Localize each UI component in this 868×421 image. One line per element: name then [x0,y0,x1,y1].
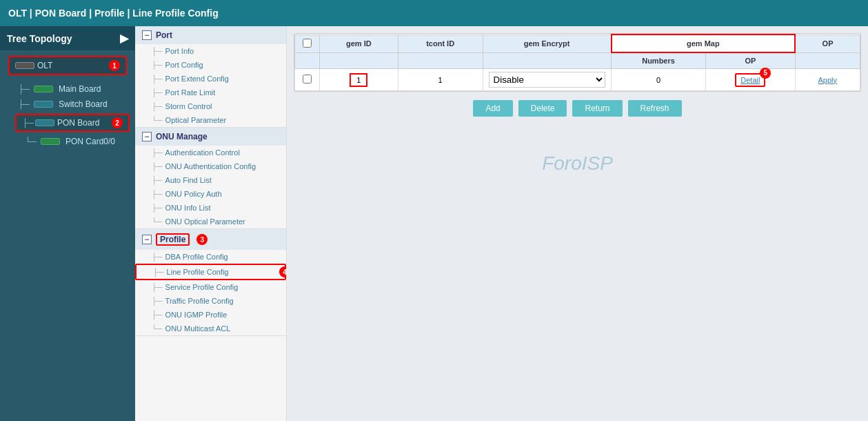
th-op-2-sub [795,52,860,69]
main-board-item[interactable]: ├─ Main Board [12,82,135,96]
detail-container: Detail 5 [735,73,765,87]
pon-board-item[interactable]: ├─ PON Board 2 [15,114,130,132]
nav-item-onu-policy[interactable]: ├─ ONU Policy Auth [135,187,286,201]
connector-icon: ├─ [18,84,30,94]
row-gem-id: 1 [320,69,398,91]
onu-manage-header[interactable]: − ONU Manage [135,128,286,146]
th-checkbox [295,35,320,52]
profile-section-header[interactable]: − Profile 3 [135,229,286,250]
connector-icon-2: ├─ [18,99,30,109]
row-tcont-id: 1 [398,69,483,91]
th-gem-id-2 [320,52,398,69]
detail-badge: 5 [760,68,771,79]
table-container: gem ID tcont ID gem Encrypt gem Map OP [294,33,861,92]
switch-board-icon [34,101,53,108]
profile-badge: 3 [196,234,208,245]
nav-item-service-profile[interactable]: ├─ Service Profile Config [135,280,286,294]
connector-icon-3: ├─ [22,118,34,128]
row-detail-cell: Detail 5 [706,69,796,91]
switch-board-label: Switch Board [59,99,108,109]
nav-item-storm-control[interactable]: ├─ Storm Control [135,99,286,113]
switch-board-item[interactable]: ├─ Switch Board [12,97,135,111]
nav-item-auto-find[interactable]: ├─ Auto Find List [135,173,286,187]
olt-item[interactable]: OLT 1 [8,56,127,75]
nav-panel: − Port ├─ Port Info ├─ Port Config ├─ Po… [135,26,287,421]
th-gem-id: gem ID [320,35,398,52]
nav-item-port-config-label: Port Config [165,61,203,69]
onu-manage-section: − ONU Manage ├─ Authentication Control ├… [135,128,286,229]
th-tcont-id: tcont ID [398,35,483,52]
add-button[interactable]: Add [473,100,512,117]
nav-item-port-extend[interactable]: ├─ Port Extend Config [135,72,286,86]
th-tcont-id-2 [398,52,483,69]
onu-collapse-icon[interactable]: − [142,132,152,141]
encrypt-select[interactable]: Disable Enable [489,72,605,88]
pon-board-badge: 2 [112,117,123,128]
nav-item-multicast-acl[interactable]: └─ ONU Multicast ACL [135,322,286,335]
profile-section: − Profile 3 ├─ DBA Profile Config ├─ Lin… [135,229,286,336]
pon-card-item[interactable]: └─ PON Card0/0 [19,135,135,148]
content-area: gem ID tcont ID gem Encrypt gem Map OP [287,26,868,421]
nav-item-onu-auth-config[interactable]: ├─ ONU Authentication Config [135,159,286,173]
profile-collapse-icon[interactable]: − [142,235,152,244]
nav-item-line-profile-label: Line Profile Config [167,268,229,276]
row-gem-encrypt: Disable Enable [483,69,611,91]
nav-item-onu-info[interactable]: ├─ ONU Info List [135,201,286,215]
th-encrypt-2 [483,52,611,69]
th-gem-map: gem Map [612,35,796,52]
pon-card-label: PON Card0/0 [65,137,115,146]
profile-section-label: Profile [156,233,190,246]
onu-manage-label: ONU Manage [156,132,208,141]
th-op-sub: OP [706,52,796,69]
nav-item-port-rate-label: Port Rate Limit [165,88,216,97]
row-checkbox-cell [295,69,320,91]
nav-item-optical-param[interactable]: └─ Optical Parameter [135,113,286,127]
watermark: ForoISP [294,125,861,202]
line-profile-badge: 4 [279,266,287,277]
main-board-label: Main Board [59,84,101,94]
pon-board-label: PON Board [57,118,99,128]
port-collapse-icon[interactable]: − [142,30,152,40]
nav-item-port-info[interactable]: ├─ Port Info [135,44,286,58]
collapse-arrow-icon[interactable]: ▶ [120,32,128,45]
return-button[interactable]: Return [572,100,622,117]
port-section: − Port ├─ Port Info ├─ Port Config ├─ Po… [135,26,286,128]
table-row: 1 1 Disable Enable [295,69,860,91]
row-numbers: 0 [612,69,706,91]
main-board-icon [34,86,53,92]
nav-item-traffic-profile[interactable]: ├─ Traffic Profile Config [135,294,286,308]
nav-item-port-extend-label: Port Extend Config [165,75,229,83]
nav-item-port-rate[interactable]: ├─ Port Rate Limit [135,86,286,99]
nav-item-optical-label: Optical Parameter [165,116,227,124]
th-gem-encrypt: gem Encrypt [483,35,611,52]
top-header: OLT | PON Board | Profile | Line Profile… [0,0,868,26]
action-buttons: Add Delete Return Refresh [294,92,861,125]
port-section-label: Port [156,30,172,40]
sidebar: Tree Topology ▶ OLT 1 ├─ Main Board ├─ [0,26,135,421]
row-checkbox[interactable] [303,75,312,84]
refresh-button[interactable]: Refresh [628,100,682,117]
onu-items: ├─ Authentication Control ├─ ONU Authent… [135,146,286,228]
olt-device-icon [15,62,34,69]
select-all-checkbox[interactable] [303,39,312,48]
nav-item-line-profile[interactable]: ├─ Line Profile Config 4 [135,264,286,280]
nav-item-auth-control[interactable]: ├─ Authentication Control [135,146,286,159]
apply-link[interactable]: Apply [818,76,838,84]
olt-label: OLT [37,61,52,70]
nav-item-storm-label: Storm Control [165,102,212,110]
th-op: OP [795,35,860,52]
port-items: ├─ Port Info ├─ Port Config ├─ Port Exte… [135,44,286,127]
sidebar-title-label: Tree Topology [7,33,72,44]
port-section-header[interactable]: − Port [135,26,286,44]
nav-item-dba-profile[interactable]: ├─ DBA Profile Config [135,250,286,264]
delete-button[interactable]: Delete [518,100,567,117]
th-empty [295,52,320,69]
connector-icon-4: └─ [25,137,37,146]
nav-item-port-config[interactable]: ├─ Port Config [135,58,286,72]
breadcrumb: OLT | PON Board | Profile | Line Profile… [8,8,219,19]
nav-item-onu-optical[interactable]: └─ ONU Optical Parameter [135,215,286,228]
pon-board-icon [35,119,54,126]
th-numbers: Numbers [612,52,706,69]
pon-card-icon [41,138,60,145]
nav-item-igmp-profile[interactable]: ├─ ONU IGMP Profile [135,308,286,322]
